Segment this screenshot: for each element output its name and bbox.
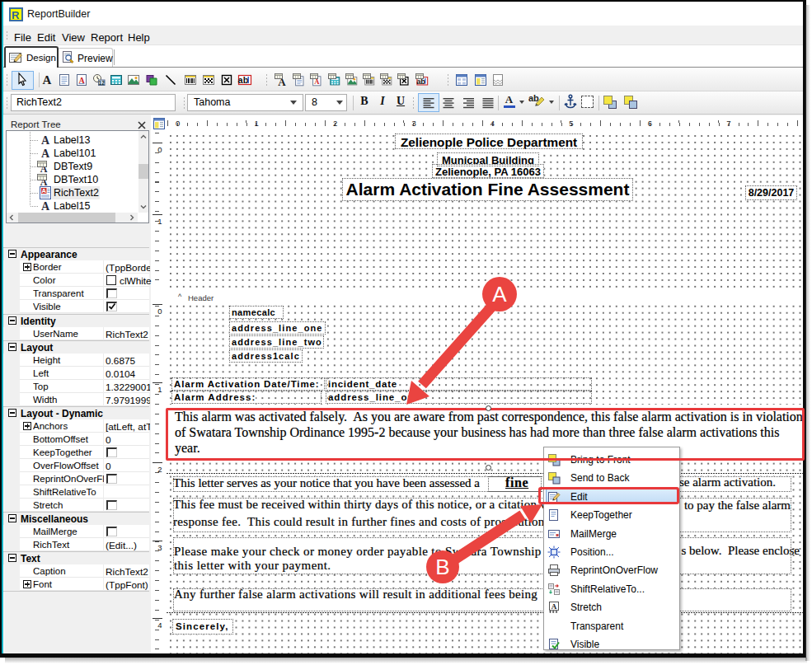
svg-text:B: B bbox=[435, 555, 449, 579]
svg-text:A: A bbox=[492, 282, 507, 307]
